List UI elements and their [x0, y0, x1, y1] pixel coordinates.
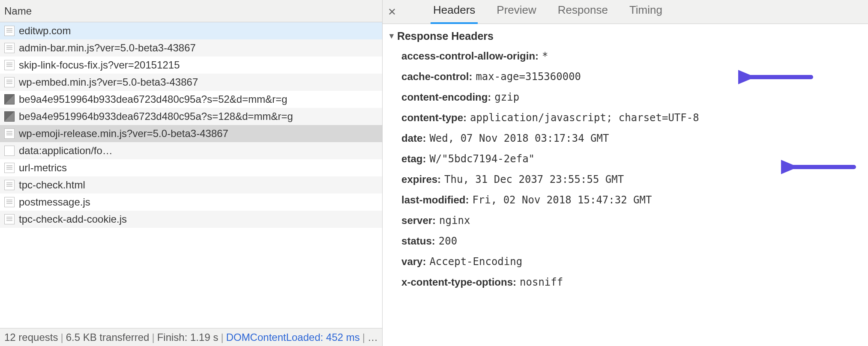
- header-key: last-modified:: [401, 192, 469, 208]
- network-details-pane: ✕ HeadersPreviewResponseTiming ▼ Respons…: [383, 0, 868, 346]
- header-key: date:: [401, 131, 426, 146]
- header-value: gzip: [494, 89, 519, 105]
- generic-file-icon: [4, 146, 15, 156]
- header-value: nginx: [439, 213, 470, 228]
- document-file-icon: [4, 60, 15, 70]
- status-tail: …: [368, 331, 378, 343]
- annotation-arrow-expires: [781, 158, 858, 176]
- request-row[interactable]: skip-link-focus-fix.js?ver=20151215: [0, 57, 382, 74]
- header-row: x-content-type-options:nosniff: [388, 272, 859, 292]
- header-key: content-type:: [401, 110, 467, 125]
- response-headers-toggle[interactable]: ▼ Response Headers: [388, 30, 859, 42]
- request-name: wp-emoji-release.min.js?ver=5.0-beta3-43…: [19, 128, 228, 140]
- request-row[interactable]: be9a4e9519964b933dea6723d480c95a?s=128&d…: [0, 108, 382, 125]
- request-name: data:application/fo…: [19, 145, 113, 157]
- headers-view: ▼ Response Headers access-control-allow-…: [383, 24, 868, 346]
- request-name: wp-embed.min.js?ver=5.0-beta3-43867: [19, 76, 198, 88]
- request-name: postmessage.js: [19, 196, 90, 208]
- header-value: application/javascript; charset=UTF-8: [470, 110, 699, 125]
- header-key: x-content-type-options:: [401, 274, 516, 290]
- request-row[interactable]: url-metrics: [0, 159, 382, 176]
- header-value: W/"5bdc7194-2efa": [429, 151, 535, 167]
- tab-timing[interactable]: Timing: [627, 0, 665, 24]
- status-separator: |: [152, 331, 154, 343]
- header-key: etag:: [401, 151, 426, 167]
- status-transfer: 6.5 KB transferred: [66, 331, 150, 343]
- header-key: cache-control:: [401, 69, 472, 84]
- header-value: Thu, 31 Dec 2037 23:55:55 GMT: [444, 172, 624, 187]
- request-row[interactable]: data:application/fo…: [0, 142, 382, 159]
- document-file-icon: [4, 163, 15, 173]
- section-title-label: Response Headers: [397, 30, 494, 42]
- request-row[interactable]: wp-emoji-release.min.js?ver=5.0-beta3-43…: [0, 125, 382, 142]
- image-file-icon: [4, 111, 15, 122]
- column-header-name[interactable]: Name: [0, 0, 382, 22]
- close-icon[interactable]: ✕: [386, 6, 398, 18]
- request-name: editwp.com: [19, 25, 71, 37]
- request-name: skip-link-focus-fix.js?ver=20151215: [19, 59, 180, 71]
- header-value: max-age=315360000: [476, 69, 581, 84]
- request-row[interactable]: wp-embed.min.js?ver=5.0-beta3-43867: [0, 74, 382, 91]
- request-row[interactable]: tpc-check-add-cookie.js: [0, 211, 382, 228]
- request-name: be9a4e9519964b933dea6723d480c95a?s=52&d=…: [19, 93, 287, 105]
- network-request-list-pane: Name editwp.comadmin-bar.min.js?ver=5.0-…: [0, 0, 383, 346]
- document-file-icon: [4, 180, 15, 190]
- devtools-network-panel: Name editwp.comadmin-bar.min.js?ver=5.0-…: [0, 0, 868, 346]
- header-row: date:Wed, 07 Nov 2018 03:17:34 GMT: [388, 128, 859, 149]
- request-name: be9a4e9519964b933dea6723d480c95a?s=128&d…: [19, 110, 293, 122]
- status-separator: |: [60, 331, 63, 343]
- header-value: Accept-Encoding: [429, 254, 522, 269]
- header-value: Fri, 02 Nov 2018 15:47:32 GMT: [472, 192, 652, 208]
- request-row[interactable]: tpc-check.html: [0, 176, 382, 194]
- request-row[interactable]: editwp.com: [0, 22, 382, 39]
- triangle-down-icon: ▼: [388, 32, 395, 41]
- status-finish: Finish: 1.19 s: [157, 331, 218, 343]
- status-requests: 12 requests: [4, 331, 58, 343]
- document-file-icon: [4, 128, 15, 139]
- header-row: content-type:application/javascript; cha…: [388, 107, 859, 128]
- header-key: vary:: [401, 254, 426, 269]
- header-key: server:: [401, 213, 436, 228]
- request-rows: editwp.comadmin-bar.min.js?ver=5.0-beta3…: [0, 22, 382, 328]
- header-key: content-encoding:: [401, 89, 491, 105]
- header-key: access-control-allow-origin:: [401, 48, 539, 64]
- request-row[interactable]: postmessage.js: [0, 194, 382, 211]
- header-value: nosniff: [520, 274, 563, 290]
- header-row: vary:Accept-Encoding: [388, 251, 859, 272]
- header-key: status:: [401, 233, 435, 249]
- request-row[interactable]: admin-bar.min.js?ver=5.0-beta3-43867: [0, 39, 382, 57]
- tab-response[interactable]: Response: [555, 0, 611, 24]
- document-file-icon: [4, 214, 15, 224]
- annotation-arrow-cache-control: [738, 69, 815, 86]
- image-file-icon: [4, 94, 15, 104]
- header-row: server:nginx: [388, 210, 859, 231]
- tab-preview[interactable]: Preview: [494, 0, 539, 24]
- request-row[interactable]: be9a4e9519964b933dea6723d480c95a?s=52&d=…: [0, 91, 382, 108]
- document-file-icon: [4, 26, 15, 36]
- document-file-icon: [4, 197, 15, 207]
- document-file-icon: [4, 77, 15, 87]
- document-file-icon: [4, 43, 15, 53]
- header-key: expires:: [401, 172, 441, 187]
- header-row: access-control-allow-origin:*: [388, 46, 859, 66]
- details-tabs: ✕ HeadersPreviewResponseTiming: [383, 0, 868, 24]
- header-value: Wed, 07 Nov 2018 03:17:34 GMT: [429, 131, 609, 146]
- request-name: tpc-check-add-cookie.js: [19, 213, 127, 225]
- header-value: *: [542, 48, 548, 64]
- column-header-label: Name: [4, 5, 32, 17]
- header-row: last-modified:Fri, 02 Nov 2018 15:47:32 …: [388, 190, 859, 210]
- header-row: content-encoding:gzip: [388, 87, 859, 107]
- request-name: url-metrics: [19, 162, 67, 174]
- header-row: status:200: [388, 231, 859, 251]
- status-separator: |: [362, 331, 365, 343]
- status-separator: |: [221, 331, 223, 343]
- status-domcontentloaded: DOMContentLoaded: 452 ms: [226, 331, 360, 343]
- network-status-bar: 12 requests | 6.5 KB transferred | Finis…: [0, 328, 382, 346]
- request-name: admin-bar.min.js?ver=5.0-beta3-43867: [19, 42, 196, 54]
- header-value: 200: [439, 233, 457, 249]
- tab-headers[interactable]: Headers: [431, 0, 478, 24]
- request-name: tpc-check.html: [19, 179, 85, 191]
